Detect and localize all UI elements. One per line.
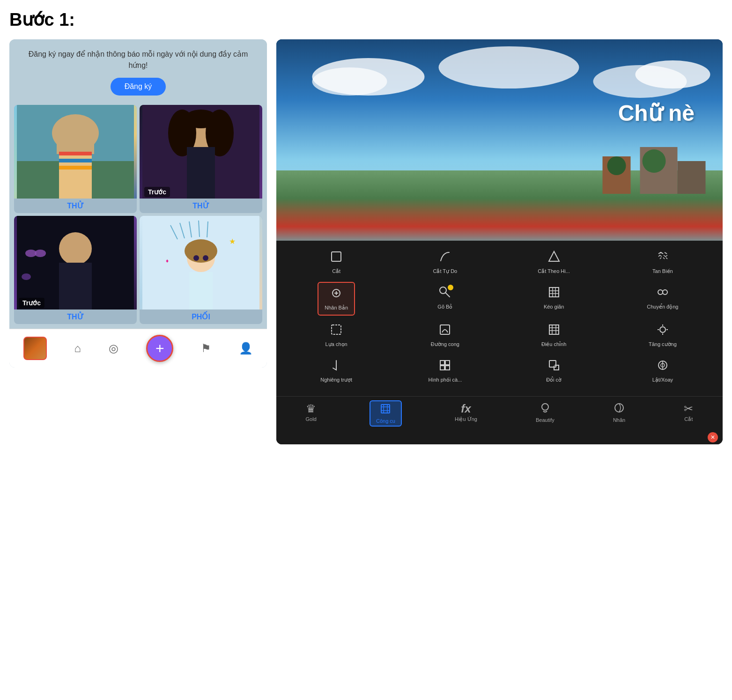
tool-chuyen-dong-label: Chuyển động (647, 304, 678, 310)
tools-grid: Cắt Cắt Tự Do Cắt (276, 241, 723, 396)
cut-shape-icon (547, 250, 561, 266)
svg-point-44 (607, 156, 626, 175)
adjust-icon (547, 323, 561, 339)
select-icon (330, 323, 343, 339)
tab-cat-label: Cắt (684, 416, 693, 422)
svg-point-19 (35, 250, 46, 257)
tab-beautify-label: Beautify (536, 417, 555, 423)
tool-nhan-ban[interactable]: Nhân Bản (318, 282, 355, 316)
tool-keo-gian[interactable]: Kéo giãn (535, 282, 573, 316)
tool-lua-chon[interactable]: Lựa chọn (318, 319, 355, 351)
grid-cell-1[interactable]: THỬ (14, 105, 137, 213)
svg-text:♦: ♦ (166, 258, 169, 264)
tools-row-3: Lựa chọn Đường cong (282, 319, 717, 351)
tool-duong-cong-label: Đường cong (431, 341, 459, 347)
tool-go-bo[interactable]: Gõ Bỏ (426, 282, 464, 316)
grid-cell-4[interactable]: ★ ♦ PHỐI (140, 216, 262, 324)
tool-cat-tu-do[interactable]: Cắt Tự Do (426, 246, 464, 278)
cut-free-icon (438, 250, 451, 266)
tool-tang-cuong-label: Tăng cường (649, 341, 677, 347)
tool-dieu-chinh[interactable]: Điều chỉnh (535, 319, 573, 351)
svg-point-16 (59, 232, 92, 265)
svg-rect-71 (440, 366, 444, 370)
tool-duong-cong[interactable]: Đường cong (426, 319, 464, 351)
bottom-strip: ✕ (276, 430, 723, 444)
tab-cat[interactable]: ✂ Cắt (678, 400, 699, 427)
tools-row-1: Cắt Cắt Tự Do Cắt (282, 246, 717, 278)
crop-icon (380, 403, 391, 417)
tool-tan-bien-label: Tan Biến (652, 268, 673, 274)
tool-lua-chon-label: Lựa chọn (325, 341, 348, 347)
nav-thumbnail[interactable] (23, 337, 47, 360)
fx-icon: fx (461, 402, 471, 415)
svg-point-64 (660, 327, 665, 332)
cell-badge-2: Trước (144, 187, 170, 197)
flip-icon (656, 359, 669, 375)
svg-rect-50 (549, 287, 559, 297)
compass-icon[interactable]: ◎ (109, 342, 118, 355)
svg-marker-47 (549, 251, 559, 261)
svg-rect-72 (445, 366, 450, 370)
bottom-nav: ⌂ ◎ + ⚑ 👤 (9, 329, 267, 368)
cell-label-3: THỬ (67, 309, 83, 324)
svg-point-29 (185, 239, 217, 263)
create-button[interactable]: + (146, 335, 173, 362)
wand-icon (438, 286, 451, 302)
clone-icon (330, 287, 343, 303)
cell-label-4: PHỐI (192, 309, 210, 324)
tool-lat-xoay[interactable]: Lật/Xoay (644, 355, 681, 387)
fade-icon (656, 250, 669, 266)
tab-nhan[interactable]: Nhãn (607, 400, 631, 427)
photo-1 (14, 105, 137, 199)
cell-badge-3: Trước (19, 298, 44, 308)
tool-tan-bien[interactable]: Tan Biến (644, 246, 681, 278)
notification-text: Đăng ký ngay để nhận thông báo mỗi ngày … (23, 49, 253, 71)
svg-rect-57 (332, 325, 341, 334)
crown-icon: ♛ (306, 402, 316, 415)
tab-cong-cu[interactable]: Công cu (370, 400, 402, 427)
tab-hieu-ung[interactable]: fx Hiệu Ứng (449, 400, 483, 427)
register-button[interactable]: Đăng ký (111, 78, 166, 96)
tool-tang-cuong[interactable]: Tăng cường (644, 319, 681, 351)
svg-rect-28 (189, 272, 213, 309)
tool-chuyen-dong[interactable]: Chuyển động (644, 282, 681, 316)
svg-rect-77 (381, 405, 390, 413)
tool-hinh-phoi-ca[interactable]: Hình phối cà... (426, 355, 464, 387)
main-text: Chữ nè (618, 100, 695, 126)
tool-nghieng-truot-label: Nghiêng trượt (320, 377, 352, 383)
svg-rect-6 (59, 159, 92, 162)
photo-2 (140, 105, 262, 199)
tab-gold[interactable]: ♛ Gold (300, 400, 322, 427)
tool-doi-co[interactable]: Đổi cờ (535, 355, 573, 387)
resize-icon (547, 359, 561, 375)
svg-point-39 (636, 60, 710, 88)
tool-nghieng-truot[interactable]: Nghiêng trượt (318, 355, 355, 387)
person-icon[interactable]: 👤 (239, 342, 253, 355)
home-icon[interactable]: ⌂ (74, 342, 81, 355)
svg-point-31 (203, 255, 208, 261)
tilt-icon (330, 359, 343, 375)
svg-point-82 (542, 404, 548, 410)
tools-row-2: Nhân Bản Gõ Bỏ (282, 282, 717, 316)
tool-cat-theo-hi[interactable]: Cắt Theo Hi... (535, 246, 573, 278)
tab-gold-label: Gold (306, 416, 317, 422)
svg-point-55 (658, 290, 663, 295)
tool-nhan-ban-label: Nhân Bản (325, 305, 348, 311)
photo-4: ★ ♦ (140, 216, 262, 309)
svg-point-13 (185, 110, 217, 128)
close-circle[interactable]: ✕ (708, 432, 718, 442)
tool-cat-label: Cắt (332, 268, 340, 274)
tool-cat[interactable]: Cắt (318, 246, 355, 278)
photo-3 (14, 216, 137, 309)
cell-label-1: THỬ (67, 199, 83, 213)
main-photo: Chữ nè (276, 39, 723, 241)
face-icon (540, 402, 551, 416)
grid-cell-3[interactable]: Trước THỬ (14, 216, 137, 324)
svg-point-37 (439, 46, 579, 88)
svg-point-45 (643, 149, 666, 173)
sticker-icon (614, 402, 625, 416)
grid-cell-2[interactable]: Trước THỬ (140, 105, 262, 213)
trophy-icon[interactable]: ⚑ (201, 342, 211, 355)
svg-rect-4 (57, 133, 94, 154)
tab-beautify[interactable]: Beautify (530, 400, 560, 427)
